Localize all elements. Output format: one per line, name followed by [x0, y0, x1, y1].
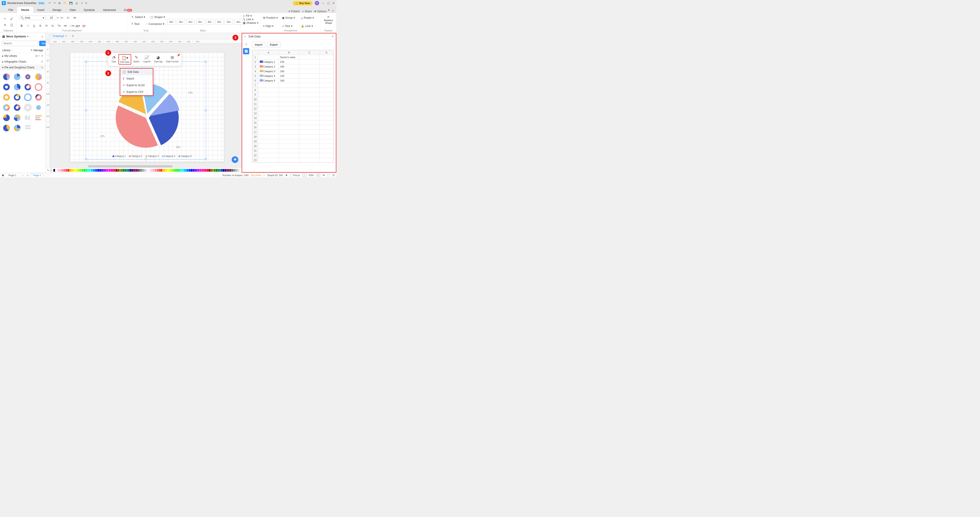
chart-thumb[interactable] — [13, 73, 21, 81]
grid-cell[interactable] — [299, 148, 320, 153]
grid-cell[interactable] — [258, 121, 278, 125]
row-number[interactable]: 21 — [252, 148, 258, 153]
help-icon[interactable]: ? — [332, 10, 334, 13]
color-swatch[interactable] — [226, 169, 228, 172]
fill-button[interactable]: ◇ Fill ▾ — [243, 14, 251, 17]
color-swatch[interactable] — [210, 169, 212, 172]
grid-cell[interactable] — [320, 107, 333, 111]
focus-button[interactable]: ⛶ Focus — [290, 174, 300, 177]
grid-cell[interactable] — [320, 74, 333, 78]
grid-cell[interactable] — [278, 83, 299, 88]
plus-icon[interactable]: + — [38, 54, 40, 57]
group-button[interactable]: ▣ Group▾ — [282, 16, 299, 19]
color-swatch[interactable] — [137, 169, 139, 172]
grid-cell[interactable] — [258, 83, 278, 88]
italic-icon[interactable]: I — [25, 23, 30, 29]
grid-cell[interactable] — [278, 102, 299, 107]
tab-view[interactable]: View — [65, 7, 80, 13]
print-icon[interactable]: 🖨 — [75, 2, 78, 5]
color-swatch[interactable] — [110, 169, 112, 172]
fit-page-icon[interactable]: ⛶ — [328, 174, 330, 177]
save-icon[interactable]: 💾 — [69, 2, 73, 5]
color-swatch[interactable] — [75, 169, 76, 172]
grid-cell[interactable] — [320, 97, 333, 102]
grid-cell[interactable] — [320, 83, 333, 88]
color-swatch[interactable] — [224, 169, 226, 172]
row-number[interactable]: 7 — [252, 83, 258, 88]
prev-page-button[interactable]: ‹ — [21, 174, 25, 177]
grid-cell[interactable] — [278, 130, 299, 135]
line-spacing-icon[interactable]: ≡▾ — [63, 23, 68, 29]
color-swatch[interactable] — [123, 169, 124, 172]
undo-icon[interactable]: ↶ — [49, 2, 51, 5]
col-header-d[interactable]: D — [320, 50, 333, 55]
grid-cell[interactable] — [299, 97, 320, 102]
minimize-icon[interactable]: — — [322, 2, 325, 5]
grid-cell[interactable] — [299, 64, 320, 69]
document-tab[interactable]: 📄 Drawing2 • — [46, 33, 70, 39]
color-swatch[interactable] — [178, 169, 180, 172]
open-icon[interactable]: 📁 — [63, 2, 67, 5]
no-fill-swatch[interactable] — [50, 169, 52, 172]
color-swatch[interactable] — [91, 169, 92, 172]
grid-cell[interactable] — [320, 55, 333, 60]
color-swatch[interactable] — [96, 169, 98, 172]
row-number[interactable]: 5 — [252, 74, 258, 78]
grid-cell[interactable] — [278, 88, 299, 92]
grid-cell[interactable] — [258, 111, 278, 116]
grid-cell[interactable] — [320, 102, 333, 107]
color-swatch[interactable] — [134, 169, 135, 172]
chart-thumb[interactable] — [13, 113, 21, 122]
color-swatch[interactable] — [107, 169, 108, 172]
shape-tool[interactable]: ▢ Shape ▾ — [148, 14, 167, 20]
chart-thumb[interactable] — [24, 73, 32, 81]
color-swatch[interactable] — [171, 169, 173, 172]
grid-cell[interactable] — [258, 97, 278, 102]
grid-cell[interactable] — [299, 144, 320, 148]
grid-cell[interactable] — [258, 130, 278, 135]
pin-icon[interactable]: 📌 — [177, 54, 180, 57]
lock-button[interactable]: 🔒 Lock▾ — [301, 24, 318, 28]
grid-cell[interactable] — [258, 55, 278, 60]
color-swatch[interactable] — [121, 169, 123, 172]
color-swatch[interactable] — [80, 169, 82, 172]
color-swatch[interactable] — [84, 169, 85, 172]
color-swatch[interactable] — [235, 169, 237, 172]
row-number[interactable]: 20 — [252, 144, 258, 148]
color-swatch[interactable] — [141, 169, 142, 172]
color-swatch[interactable] — [105, 169, 107, 172]
color-swatch[interactable] — [185, 169, 187, 172]
dropdown-export-csv[interactable]: ↗Export to CSV — [120, 89, 153, 95]
tab-ai[interactable]: AIhot — [120, 7, 136, 13]
color-swatch[interactable] — [200, 169, 201, 172]
grid-cell[interactable] — [278, 92, 299, 97]
grid-cell[interactable] — [320, 148, 333, 153]
line-button[interactable]: ✎ Line ▾ — [243, 18, 253, 21]
grid-cell[interactable]: Category 5 — [258, 78, 278, 83]
row-number[interactable]: 4 — [252, 69, 258, 74]
color-swatch[interactable] — [153, 169, 155, 172]
color-swatch[interactable] — [55, 169, 57, 172]
color-swatch[interactable] — [146, 169, 148, 172]
grid-cell[interactable] — [299, 111, 320, 116]
grid-cell[interactable]: 180 — [278, 64, 299, 69]
chart-thumb[interactable] — [24, 83, 32, 91]
row-number[interactable]: 18 — [252, 135, 258, 139]
tab-symbols[interactable]: Symbols — [80, 7, 99, 13]
grid-cell[interactable]: Category 1 — [258, 60, 278, 64]
row-number[interactable]: 14 — [252, 116, 258, 121]
resize-handle-br[interactable] — [205, 158, 207, 160]
chat-help-icon[interactable]: 💬 — [232, 156, 238, 163]
chart-thumb[interactable] — [13, 124, 21, 132]
font-size-dropdown-icon[interactable]: ▾ — [57, 16, 59, 19]
color-swatch[interactable] — [130, 169, 132, 172]
color-swatch[interactable] — [173, 169, 174, 172]
row-number[interactable]: 3 — [252, 64, 258, 69]
color-swatch[interactable] — [66, 169, 67, 172]
color-swatch[interactable] — [208, 169, 210, 172]
grid-cell[interactable] — [258, 102, 278, 107]
grid-cell[interactable]: Category 2 — [258, 64, 278, 69]
color-swatch[interactable] — [196, 169, 197, 172]
grid-cell[interactable] — [299, 60, 320, 64]
color-swatch[interactable] — [144, 169, 146, 172]
